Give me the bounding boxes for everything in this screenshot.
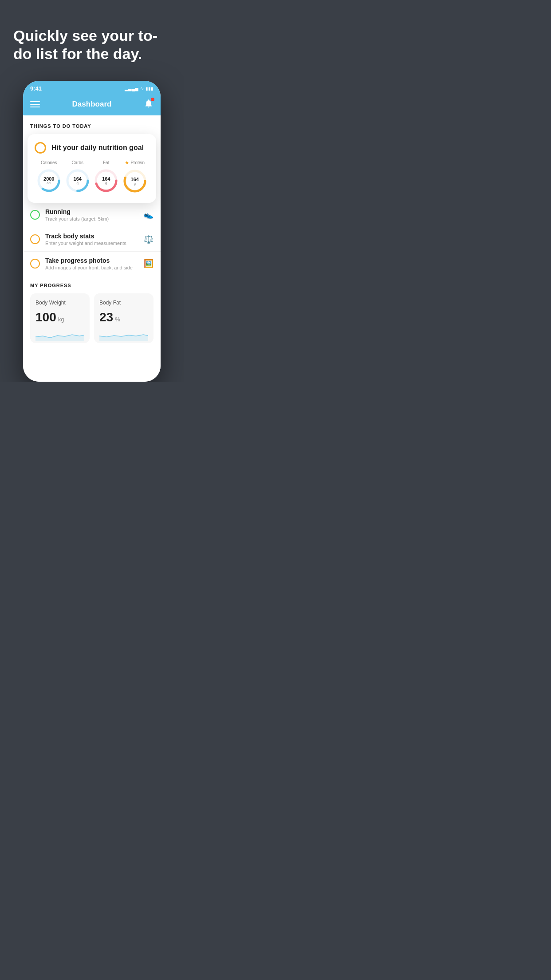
carbs-donut: 164 g [65, 168, 91, 194]
nutrition-calories: Calories 2000 cal [36, 160, 62, 194]
todo-list: Running Track your stats (target: 5km) 👟… [23, 203, 161, 276]
body-fat-value: 23 % [99, 310, 148, 324]
nutrition-protein: ★Protein 164 g [122, 160, 148, 194]
phone-body: THINGS TO DO TODAY Hit your daily nutrit… [23, 115, 161, 382]
body-weight-label: Body Weight [35, 300, 84, 306]
protein-unit: g [131, 182, 139, 186]
card-header-row: Hit your daily nutrition goal [35, 142, 149, 154]
fat-donut: 164 g [93, 168, 119, 194]
hero-section: Quickly see your to-do list for the day. [0, 0, 184, 76]
nutrition-fat: Fat 164 g [93, 160, 119, 194]
nutrition-row: Calories 2000 cal Carbs [35, 160, 149, 194]
todo-subtitle-progress-photos: Add images of your front, back, and side [45, 265, 144, 270]
notification-dot [151, 98, 154, 101]
body-weight-num: 100 [35, 310, 56, 324]
todo-running[interactable]: Running Track your stats (target: 5km) 👟 [23, 203, 161, 227]
photo-icon: 🖼️ [144, 259, 153, 269]
todo-circle-running [30, 210, 40, 220]
protein-label: ★Protein [125, 160, 145, 166]
status-icons: ▂▃▄▅ ∿ ▮▮▮ [125, 86, 153, 91]
body-fat-sparkline [99, 328, 148, 341]
carbs-label: Carbs [71, 160, 83, 165]
todo-subtitle-running: Track your stats (target: 5km) [45, 216, 144, 221]
body-fat-num: 23 [99, 310, 113, 324]
things-today-header: THINGS TO DO TODAY [23, 115, 161, 134]
calories-label: Calories [41, 160, 57, 165]
signal-icon: ▂▃▄▅ [125, 86, 138, 91]
status-time: 9:41 [30, 85, 42, 92]
carbs-unit: g [74, 181, 82, 185]
fat-unit: g [102, 181, 110, 185]
running-icon: 👟 [144, 210, 153, 220]
todo-title-progress-photos: Take progress photos [45, 257, 144, 264]
calories-unit: cal [43, 181, 54, 185]
hero-title: Quickly see your to-do list for the day. [13, 27, 170, 63]
body-weight-sparkline [35, 328, 84, 341]
todo-progress-photos[interactable]: Take progress photos Add images of your … [23, 252, 161, 276]
body-weight-card[interactable]: Body Weight 100 kg [30, 293, 90, 343]
todo-subtitle-body-stats: Enter your weight and measurements [45, 241, 144, 246]
things-today-label: THINGS TO DO TODAY [30, 123, 91, 129]
todo-title-running: Running [45, 208, 144, 215]
protein-donut: 164 g [122, 168, 148, 194]
notification-bell[interactable] [144, 99, 153, 110]
progress-header: MY PROGRESS [30, 283, 153, 288]
protein-star: ★ [125, 160, 129, 166]
body-fat-unit: % [115, 316, 120, 323]
body-fat-card[interactable]: Body Fat 23 % [94, 293, 153, 343]
body-fat-label: Body Fat [99, 300, 148, 306]
todo-body-stats[interactable]: Track body stats Enter your weight and m… [23, 227, 161, 252]
todo-title-body-stats: Track body stats [45, 233, 144, 240]
phone-mockup: 9:41 ▂▃▄▅ ∿ ▮▮▮ Dashboard THINGS TO DO T… [23, 81, 161, 382]
calories-donut: 2000 cal [36, 168, 62, 194]
nav-title: Dashboard [72, 100, 112, 109]
battery-icon: ▮▮▮ [146, 86, 153, 91]
fat-label: Fat [103, 160, 109, 165]
nutrition-task-title: Hit your daily nutrition goal [51, 144, 144, 152]
nutrition-carbs: Carbs 164 g [65, 160, 91, 194]
progress-section: MY PROGRESS Body Weight 100 kg B [23, 276, 161, 352]
status-bar: 9:41 ▂▃▄▅ ∿ ▮▮▮ [23, 81, 161, 95]
nav-bar: Dashboard [23, 95, 161, 115]
nutrition-card[interactable]: Hit your daily nutrition goal Calories 2… [28, 134, 156, 203]
todo-text-progress-photos: Take progress photos Add images of your … [45, 257, 144, 270]
todo-text-running: Running Track your stats (target: 5km) [45, 208, 144, 221]
todo-circle-progress-photos [30, 259, 40, 269]
task-circle-nutrition [35, 142, 46, 154]
hamburger-menu[interactable] [30, 101, 40, 107]
wifi-icon: ∿ [140, 86, 144, 91]
todo-circle-body-stats [30, 234, 40, 244]
todo-text-body-stats: Track body stats Enter your weight and m… [45, 233, 144, 246]
body-weight-value: 100 kg [35, 310, 84, 324]
body-weight-unit: kg [58, 316, 64, 323]
progress-cards: Body Weight 100 kg Body Fat 23 % [30, 293, 153, 343]
scale-icon: ⚖️ [144, 234, 153, 244]
